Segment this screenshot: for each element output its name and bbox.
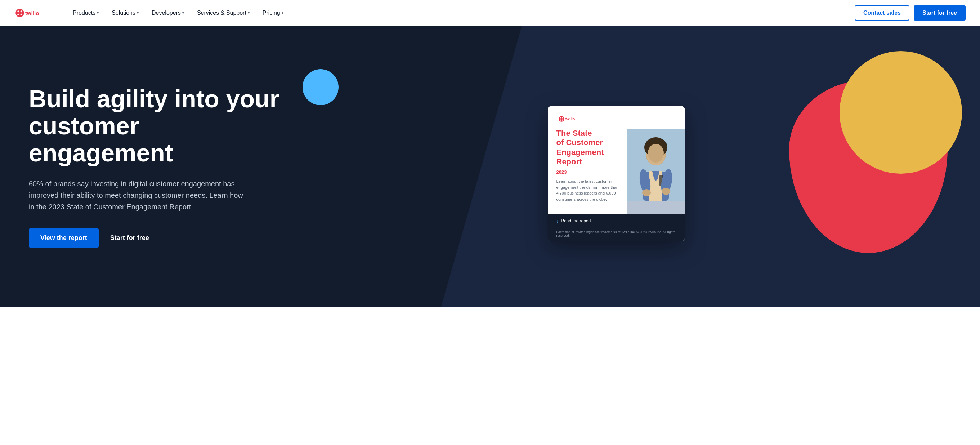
yellow-circle-decoration — [840, 51, 962, 174]
nav-item-developers[interactable]: Developers ▾ — [146, 7, 189, 19]
hero-section: Build agility into your customer engagem… — [0, 26, 980, 307]
nav-item-services-support[interactable]: Services & Support ▾ — [192, 7, 255, 19]
svg-point-26 — [662, 188, 670, 195]
chevron-down-icon: ▾ — [182, 11, 184, 15]
report-card-body: The Stateof Customer EngagementReport 20… — [548, 129, 685, 214]
start-for-free-hero-button[interactable]: Start for free — [110, 234, 149, 242]
svg-text:twilio: twilio — [25, 10, 39, 16]
start-for-free-nav-button[interactable]: Start for free — [914, 5, 966, 21]
svg-point-6 — [558, 116, 564, 122]
report-card-top: twilio — [548, 106, 685, 123]
chevron-down-icon: ▾ — [248, 11, 250, 15]
hero-right-visual: twilio The Stateof Customer EngagementRe… — [281, 58, 951, 274]
nav-item-pricing[interactable]: Pricing ▾ — [258, 7, 288, 19]
report-twilio-logo: twilio — [557, 115, 676, 123]
twilio-logo[interactable]: twilio — [14, 6, 51, 19]
hero-left-content: Build agility into your customer engagem… — [29, 85, 281, 247]
report-year: 2023 — [557, 169, 621, 175]
nav-solutions-label: Solutions — [111, 10, 135, 16]
hero-title: Build agility into your customer engagem… — [29, 85, 281, 166]
svg-point-7 — [560, 117, 561, 118]
svg-point-4 — [21, 13, 22, 15]
nav-item-products[interactable]: Products ▾ — [68, 7, 104, 19]
svg-text:twilio: twilio — [565, 117, 575, 121]
chevron-down-icon: ▾ — [97, 11, 99, 15]
svg-point-0 — [16, 9, 24, 17]
svg-point-10 — [562, 119, 563, 120]
report-description: Learn about the latest customer engageme… — [557, 179, 621, 202]
nav-pricing-label: Pricing — [262, 10, 280, 16]
hero-subtitle: 60% of brands say investing in digital c… — [29, 178, 245, 212]
chevron-down-icon: ▾ — [282, 11, 283, 15]
nav-item-solutions[interactable]: Solutions ▾ — [107, 7, 144, 19]
navbar: twilio Products ▾ Solutions ▾ Developers… — [0, 0, 980, 26]
nav-developers-label: Developers — [152, 10, 181, 16]
nav-links: Products ▾ Solutions ▾ Developers ▾ Serv… — [68, 7, 855, 19]
nav-products-label: Products — [73, 10, 95, 16]
report-fine-print: Facts and all related logos are trademar… — [548, 228, 685, 241]
report-card-footer[interactable]: ↓ Read the report — [548, 214, 685, 228]
hero-buttons: View the report Start for free — [29, 228, 281, 247]
svg-point-9 — [560, 119, 561, 120]
report-card: twilio The Stateof Customer EngagementRe… — [548, 106, 685, 241]
contact-sales-button[interactable]: Contact sales — [855, 5, 909, 21]
blue-circle-decoration — [302, 69, 339, 105]
nav-services-label: Services & Support — [197, 10, 247, 16]
report-read-label: Read the report — [561, 219, 591, 223]
report-card-title: The Stateof Customer EngagementReport — [557, 129, 621, 167]
svg-point-3 — [17, 13, 19, 15]
report-card-image — [627, 129, 685, 214]
nav-actions: Contact sales Start for free — [855, 5, 966, 21]
svg-point-8 — [562, 117, 563, 118]
svg-point-1 — [17, 10, 19, 12]
chevron-down-icon: ▾ — [137, 11, 138, 15]
svg-point-2 — [21, 10, 22, 12]
report-card-text-content: The Stateof Customer EngagementReport 20… — [548, 129, 627, 214]
view-report-button[interactable]: View the report — [29, 228, 99, 247]
svg-point-25 — [642, 189, 651, 196]
svg-point-18 — [648, 144, 664, 163]
arrow-down-icon: ↓ — [557, 218, 559, 224]
